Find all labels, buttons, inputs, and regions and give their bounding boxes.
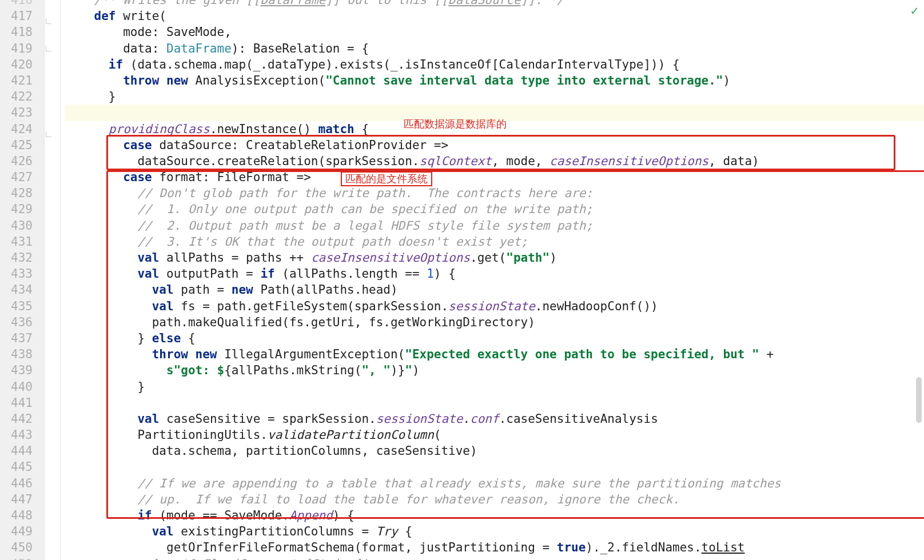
line-number-gutter: 4164174184194204214224234244254264274284…: [0, 0, 45, 560]
line-number: 444: [0, 443, 33, 459]
code-area[interactable]: /** Writes the given [[DataFrame]] out t…: [61, 0, 924, 560]
code-line[interactable]: PartitioningUtils.validatePartitionColum…: [65, 427, 924, 443]
code-line[interactable]: def write(: [65, 8, 924, 24]
line-number: 422: [0, 89, 33, 105]
line-number: 416: [0, 0, 33, 8]
line-number: 450: [0, 539, 33, 555]
line-number: 419: [0, 41, 33, 57]
line-number: 433: [0, 266, 33, 282]
line-number: 448: [0, 507, 33, 523]
code-line[interactable]: }: [65, 379, 924, 395]
line-number: 420: [0, 57, 33, 73]
line-number: 418: [0, 24, 33, 40]
code-line[interactable]: mode: SaveMode,: [65, 24, 924, 40]
line-number: 432: [0, 250, 33, 266]
annotation-label-database: 匹配数据源是数据库的: [404, 116, 507, 132]
code-line[interactable]: val outputPath = if (allPaths.length == …: [65, 266, 924, 282]
editor-viewport: 4164174184194204214224234244254264274284…: [0, 0, 924, 560]
scrollbar-thumb[interactable]: [916, 377, 922, 423]
line-number: 424: [0, 121, 33, 137]
code-line[interactable]: if (mode == SaveMode.Append) {: [65, 507, 924, 523]
line-number: 426: [0, 153, 33, 169]
line-number: 440: [0, 379, 33, 395]
line-number: 439: [0, 362, 33, 378]
line-number: 430: [0, 218, 33, 234]
line-number: 429: [0, 201, 33, 217]
code-line[interactable]: val allPaths = paths ++ caseInsensitiveO…: [65, 250, 924, 266]
line-number: 449: [0, 523, 33, 539]
line-number: 423: [0, 105, 33, 121]
line-number: 421: [0, 73, 33, 89]
code-line[interactable]: [65, 459, 924, 475]
status-ok-icon: ✓: [911, 3, 918, 18]
code-line[interactable]: path.makeQualified(fs.getUri, fs.getWork…: [65, 314, 924, 330]
code-line[interactable]: /** Writes the given [[DataFrame]] out t…: [65, 0, 924, 8]
code-line[interactable]: } else {: [65, 330, 924, 346]
code-line[interactable]: case dataSource: CreatableRelationProvid…: [65, 137, 924, 153]
code-line[interactable]: case format: FileFormat =>: [65, 169, 924, 185]
line-number: 443: [0, 427, 33, 443]
line-number: 428: [0, 185, 33, 201]
code-line[interactable]: val caseSensitive = sparkSession.session…: [65, 411, 924, 427]
line-number: 446: [0, 475, 33, 491]
line-number: 438: [0, 346, 33, 362]
code-line[interactable]: val existingPartitionColumns = Try {: [65, 523, 924, 539]
code-line[interactable]: getOrInferFileFormatSchema(format, justP…: [65, 539, 924, 555]
code-line[interactable]: throw new IllegalArgumentException("Expe…: [65, 346, 924, 362]
code-line[interactable]: }: [65, 89, 924, 105]
line-number: 436: [0, 314, 33, 330]
code-line[interactable]: } getOrElse(Seq empty[String]): [65, 556, 924, 560]
code-line[interactable]: // 2. Output path must be a legal HDFS s…: [65, 218, 924, 234]
code-line[interactable]: if (data.schema.map(_.dataType).exists(_…: [65, 57, 924, 73]
line-number: 437: [0, 330, 33, 346]
code-line[interactable]: val path = new Path(allPaths.head): [65, 282, 924, 298]
code-line[interactable]: // 3. It's OK that the output path doesn…: [65, 234, 924, 250]
code-line[interactable]: // up. If we fail to load the table for …: [65, 491, 924, 507]
annotation-label-filesystem: 匹配的是文件系统: [341, 171, 432, 186]
line-number: 435: [0, 298, 33, 314]
line-number: 425: [0, 137, 33, 153]
code-text[interactable]: /** Writes the given [[DataFrame]] out t…: [65, 0, 924, 560]
line-number: 451: [0, 556, 33, 560]
code-line[interactable]: throw new AnalysisException("Cannot save…: [65, 73, 924, 89]
code-line[interactable]: s"got: ${allPaths.mkString(", ")}"): [65, 362, 924, 378]
code-line[interactable]: // Don't glob path for the write path. T…: [65, 185, 924, 201]
code-line[interactable]: data: DataFrame): BaseRelation = {: [65, 41, 924, 57]
line-number: 434: [0, 282, 33, 298]
code-line[interactable]: // If we are appending to a table that a…: [65, 475, 924, 491]
line-number: 445: [0, 459, 33, 475]
line-number: 431: [0, 234, 33, 250]
code-line[interactable]: [65, 395, 924, 411]
line-number: 442: [0, 411, 33, 427]
line-number: 417: [0, 8, 33, 24]
line-number: 447: [0, 491, 33, 507]
line-number: 427: [0, 169, 33, 185]
code-line[interactable]: data.schema, partitionColumns, caseSensi…: [65, 443, 924, 459]
fold-column[interactable]: [45, 0, 61, 560]
code-line[interactable]: val fs = path.getFileSystem(sparkSession…: [65, 298, 924, 314]
code-line[interactable]: // 1. Only one output path can be specif…: [65, 201, 924, 217]
code-editor[interactable]: 4164174184194204214224234244254264274284…: [0, 0, 924, 560]
line-number: 441: [0, 395, 33, 411]
code-line[interactable]: dataSource.createRelation(sparkSession.s…: [65, 153, 924, 169]
